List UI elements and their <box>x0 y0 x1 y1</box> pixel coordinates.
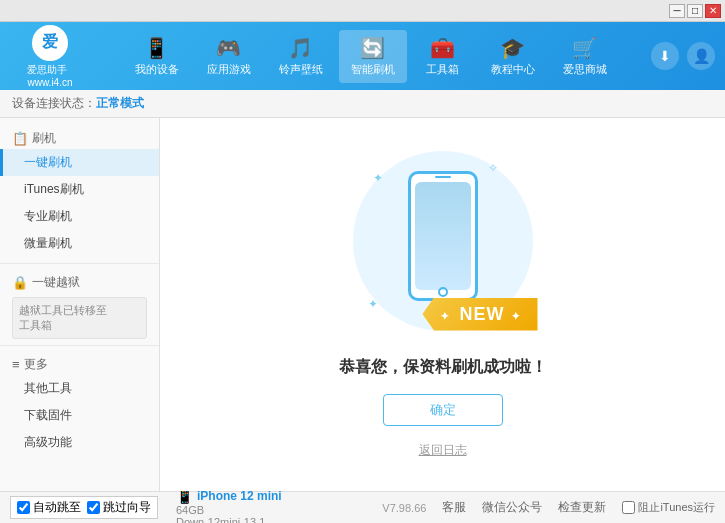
back-link[interactable]: 返回日志 <box>419 442 467 459</box>
divider-2 <box>0 345 159 346</box>
confirm-button[interactable]: 确定 <box>383 394 503 426</box>
logo-area: 爱 爱思助手 www.i4.cn <box>10 25 90 88</box>
toolbox-label: 工具箱 <box>426 62 459 77</box>
maximize-button[interactable]: □ <box>687 4 703 18</box>
phone-body <box>408 171 478 301</box>
sidebar-section-flash: 📋 刷机 <box>0 126 159 149</box>
divider-1 <box>0 263 159 264</box>
status-value: 正常模式 <box>96 95 144 112</box>
checkbox-group: 自动跳至 跳过向导 <box>10 496 158 519</box>
store-label: 爱思商城 <box>563 62 607 77</box>
apps-games-icon: 🎮 <box>216 36 241 60</box>
auto-jump-checkbox[interactable]: 自动跳至 <box>17 499 81 516</box>
bottom-left: 自动跳至 跳过向导 📱 iPhone 12 mini 64GB Down-12m… <box>10 488 382 524</box>
nav-my-device[interactable]: 📱 我的设备 <box>123 30 191 83</box>
sparkle-3: ✦ <box>368 297 378 311</box>
bottom-bar: 自动跳至 跳过向导 📱 iPhone 12 mini 64GB Down-12m… <box>0 491 725 523</box>
phone-home-button <box>438 287 448 297</box>
status-bar: 设备连接状态： 正常模式 <box>0 90 725 118</box>
sidebar-item-one-key-flash[interactable]: 一键刷机 <box>0 149 159 176</box>
tutorial-icon: 🎓 <box>500 36 525 60</box>
logo-icon: 爱 <box>32 25 68 61</box>
smart-flash-label: 智能刷机 <box>351 62 395 77</box>
status-label: 设备连接状态： <box>12 95 96 112</box>
phone-screen <box>415 182 471 290</box>
sidebar-section-jailbreak: 🔒 一键越狱 <box>0 270 159 293</box>
nav-tutorial[interactable]: 🎓 教程中心 <box>479 30 547 83</box>
nav-ringtones[interactable]: 🎵 铃声壁纸 <box>267 30 335 83</box>
version-text: V7.98.66 <box>382 502 426 514</box>
nav-right: ⬇ 👤 <box>651 42 715 70</box>
new-banner: ✦ NEW ✦ <box>422 298 537 331</box>
wechat-link[interactable]: 微信公众号 <box>482 499 542 516</box>
ringtones-label: 铃声壁纸 <box>279 62 323 77</box>
success-text: 恭喜您，保资料刷机成功啦！ <box>339 357 547 378</box>
device-storage: 64GB <box>176 504 282 516</box>
lock-icon: 🔒 <box>12 275 28 290</box>
itunes-stop-checkbox[interactable] <box>622 501 635 514</box>
top-nav: 爱 爱思助手 www.i4.cn 📱 我的设备 🎮 应用游戏 🎵 铃声壁纸 🔄 … <box>0 22 725 90</box>
download-button[interactable]: ⬇ <box>651 42 679 70</box>
toolbox-icon: 🧰 <box>430 36 455 60</box>
sparkle-1: ✦ <box>373 171 383 185</box>
store-icon: 🛒 <box>572 36 597 60</box>
phone-illustration: ✦ ✧ ✦ ✧ ✦ NEW ✦ <box>353 151 533 341</box>
ringtones-icon: 🎵 <box>288 36 313 60</box>
main-area: 📋 刷机 一键刷机 iTunes刷机 专业刷机 微量刷机 🔒 一键越狱 越狱工具… <box>0 118 725 491</box>
content-area: ✦ ✧ ✦ ✧ ✦ NEW ✦ 恭喜您，保资料刷机成功啦 <box>160 118 725 491</box>
flash-section-icon: 📋 <box>12 131 28 146</box>
skip-wizard-input[interactable] <box>87 501 100 514</box>
logo-text: 爱思助手 www.i4.cn <box>27 63 72 88</box>
success-panel: ✦ ✧ ✦ ✧ ✦ NEW ✦ 恭喜您，保资料刷机成功啦 <box>339 151 547 459</box>
sidebar-section-more: ≡ 更多 <box>0 352 159 375</box>
skip-wizard-checkbox[interactable]: 跳过向导 <box>87 499 151 516</box>
auto-jump-input[interactable] <box>17 501 30 514</box>
sidebar-item-other-tools[interactable]: 其他工具 <box>0 375 159 402</box>
my-device-label: 我的设备 <box>135 62 179 77</box>
title-bar: ─ □ ✕ <box>0 0 725 22</box>
sparkle-2: ✧ <box>488 161 498 175</box>
sidebar: 📋 刷机 一键刷机 iTunes刷机 专业刷机 微量刷机 🔒 一键越狱 越狱工具… <box>0 118 160 491</box>
nav-smart-flash[interactable]: 🔄 智能刷机 <box>339 30 407 83</box>
nav-items: 📱 我的设备 🎮 应用游戏 🎵 铃声壁纸 🔄 智能刷机 🧰 工具箱 🎓 教程中心… <box>90 30 651 83</box>
user-button[interactable]: 👤 <box>687 42 715 70</box>
phone-speaker <box>435 176 451 178</box>
nav-apps-games[interactable]: 🎮 应用游戏 <box>195 30 263 83</box>
sidebar-item-micro-flash[interactable]: 微量刷机 <box>0 230 159 257</box>
itunes-stop-label[interactable]: 阻止iTunes运行 <box>622 500 715 515</box>
check-update-link[interactable]: 检查更新 <box>558 499 606 516</box>
new-stars: ✦ <box>440 310 450 322</box>
sidebar-item-download-firmware[interactable]: 下载固件 <box>0 402 159 429</box>
nav-toolbox[interactable]: 🧰 工具箱 <box>411 30 475 83</box>
minimize-button[interactable]: ─ <box>669 4 685 18</box>
phone-device <box>408 171 478 301</box>
sidebar-item-itunes-flash[interactable]: iTunes刷机 <box>0 176 159 203</box>
more-section-icon: ≡ <box>12 357 20 372</box>
bottom-right: V7.98.66 客服 微信公众号 检查更新 阻止iTunes运行 <box>382 499 715 516</box>
sidebar-item-advanced[interactable]: 高级功能 <box>0 429 159 456</box>
nav-store[interactable]: 🛒 爱思商城 <box>551 30 619 83</box>
customer-service-link[interactable]: 客服 <box>442 499 466 516</box>
device-model: Down-12mini-13,1 <box>176 516 282 524</box>
smart-flash-icon: 🔄 <box>360 36 385 60</box>
jailbreak-notice: 越狱工具已转移至工具箱 <box>12 297 147 339</box>
close-button[interactable]: ✕ <box>705 4 721 18</box>
sidebar-item-pro-flash[interactable]: 专业刷机 <box>0 203 159 230</box>
new-stars-right: ✦ <box>511 310 521 322</box>
apps-games-label: 应用游戏 <box>207 62 251 77</box>
device-info: 📱 iPhone 12 mini 64GB Down-12mini-13,1 <box>176 488 282 524</box>
my-device-icon: 📱 <box>144 36 169 60</box>
tutorial-label: 教程中心 <box>491 62 535 77</box>
